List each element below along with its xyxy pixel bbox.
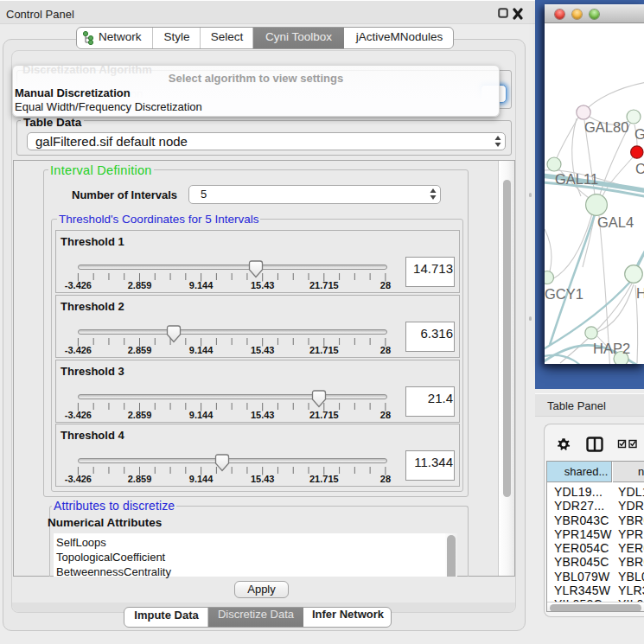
svg-text:GCY1: GCY1 (545, 286, 583, 302)
svg-text:GAL80: GAL80 (584, 119, 628, 135)
svg-text:H: H (636, 285, 644, 301)
svg-text:C: C (635, 161, 644, 176)
svg-text:HAP2: HAP2 (593, 341, 630, 356)
svg-text:GA: GA (634, 126, 644, 142)
svg-text:GAL4: GAL4 (597, 214, 634, 230)
svg-text:GAL11: GAL11 (555, 171, 598, 187)
